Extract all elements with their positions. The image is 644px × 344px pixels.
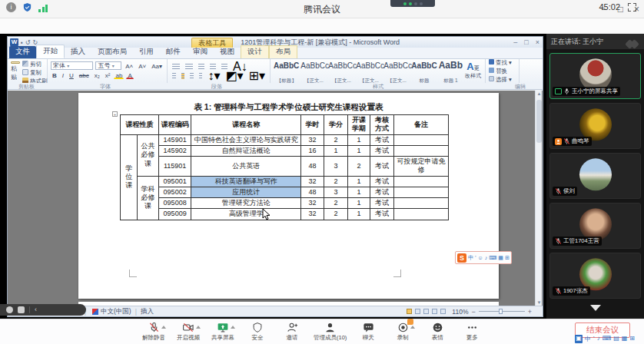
align-center-icon[interactable] bbox=[181, 73, 185, 79]
participant-tile[interactable]: 工管1704王营 bbox=[549, 203, 641, 249]
tab-insert[interactable]: 插入 bbox=[65, 46, 91, 58]
find-button[interactable]: 查找 ▾ bbox=[489, 59, 516, 67]
subscript-button[interactable]: x₂ bbox=[93, 71, 101, 79]
record-options-caret-icon[interactable] bbox=[410, 326, 415, 329]
ime-skin-icon[interactable]: ▦ bbox=[622, 335, 628, 343]
participant-tile-sharing[interactable]: 王小宁的屏幕共享 bbox=[549, 53, 641, 99]
shading-icon[interactable]: ◩▾ bbox=[224, 71, 244, 79]
tab-table-design[interactable]: 设计 bbox=[241, 45, 269, 58]
ime-emoji-icon[interactable]: ☺ bbox=[478, 253, 483, 263]
ime-voice-icon[interactable]: ♪ bbox=[485, 253, 488, 263]
paste-button[interactable]: 粘贴 bbox=[11, 61, 20, 81]
annotation-toolbar-pill[interactable]: ‹ bbox=[0, 304, 86, 316]
scroll-up-icon[interactable]: ▲ bbox=[536, 91, 542, 96]
course-table[interactable]: 课程性质 课程编码 课程名称 学时 学分 开课学期 考核方式 备注 学位课 公共… bbox=[120, 114, 449, 220]
taskbar-ime-bar[interactable]: ▣ 中 ’ ♪ ⌨ ▤ ▦ ⊞ bbox=[575, 335, 635, 343]
emoji-tool-icon[interactable] bbox=[6, 306, 13, 313]
language-indicator[interactable]: 中文(中国) bbox=[101, 307, 131, 316]
ime-lang-icon[interactable]: 中 bbox=[585, 335, 591, 343]
align-left-icon[interactable] bbox=[172, 73, 176, 79]
sidebar-collapse-icon[interactable] bbox=[590, 305, 601, 311]
insert-mode[interactable]: 插入 bbox=[141, 307, 154, 316]
tab-home[interactable]: 开始 bbox=[36, 45, 65, 58]
manage-members-button[interactable]: 管理成员(10) bbox=[314, 321, 347, 342]
highlight-color-button[interactable]: ab bbox=[114, 71, 124, 79]
zoom-in-icon[interactable]: + bbox=[528, 308, 532, 316]
ime-skin-icon[interactable]: ▦ bbox=[498, 253, 503, 263]
ime-punct-icon[interactable]: ’ bbox=[593, 335, 595, 343]
cut-button[interactable]: 剪切 bbox=[22, 61, 48, 68]
start-video-button[interactable]: 开启视频 bbox=[175, 321, 201, 342]
style-chip[interactable]: AaBb标题 1 bbox=[439, 58, 463, 85]
multilevel-list-icon[interactable] bbox=[198, 64, 204, 70]
save-icon[interactable]: ▪ bbox=[21, 39, 23, 46]
more-button[interactable]: 更多 bbox=[459, 321, 485, 342]
print-layout-view-icon[interactable] bbox=[407, 309, 412, 314]
tab-review[interactable]: 审阅 bbox=[187, 46, 214, 58]
share-screen-button[interactable]: 共享屏幕 bbox=[210, 321, 236, 342]
share-options-caret-icon[interactable] bbox=[231, 326, 235, 329]
tab-table-layout[interactable]: 布局 bbox=[269, 45, 297, 58]
grow-font-button[interactable]: A˄ bbox=[124, 61, 134, 70]
ime-toolbox-icon[interactable]: ⊞ bbox=[505, 253, 510, 263]
bullets-icon[interactable] bbox=[172, 64, 180, 70]
participant-tile[interactable]: 曲鸣琴 bbox=[549, 103, 641, 149]
style-chip[interactable]: AaBbCc【正文... bbox=[328, 58, 354, 85]
ime-punct-icon[interactable]: ’ bbox=[475, 253, 476, 263]
undo-icon[interactable]: ↺ bbox=[25, 39, 31, 46]
ime-panel-icon[interactable]: ▤ bbox=[613, 335, 619, 343]
ime-grid-icon[interactable]: ▣ bbox=[575, 335, 583, 343]
chat-button[interactable]: 聊天 bbox=[355, 321, 381, 342]
share-control-pill[interactable] bbox=[390, 0, 435, 7]
tab-references[interactable]: 引用 bbox=[133, 46, 160, 58]
participant-tile[interactable]: 1907张杰 bbox=[549, 253, 641, 299]
word-close-icon[interactable]: × bbox=[536, 38, 539, 46]
zoom-level[interactable]: 110% bbox=[452, 308, 468, 316]
tab-view[interactable]: 视图 bbox=[214, 46, 241, 58]
replace-button[interactable]: 替换 bbox=[489, 68, 516, 75]
ime-keyboard-icon[interactable]: ⌨ bbox=[603, 335, 612, 343]
meeting-info-icon[interactable]: i bbox=[6, 2, 16, 12]
vertical-scrollbar[interactable]: ▲ ▼ bbox=[535, 91, 542, 306]
record-button[interactable]: 录制 bbox=[390, 321, 416, 342]
scroll-down-icon[interactable]: ▼ bbox=[536, 300, 542, 305]
italic-button[interactable]: I bbox=[61, 71, 65, 79]
tab-mailings[interactable]: 邮件 bbox=[160, 46, 187, 58]
bold-button[interactable]: B bbox=[51, 71, 58, 79]
shrink-font-button[interactable]: A˅ bbox=[137, 61, 148, 70]
ime-more-icon[interactable]: ⊞ bbox=[629, 335, 635, 343]
ime-mode-icon[interactable]: 中 bbox=[468, 253, 473, 263]
invite-button[interactable]: 邀请 bbox=[279, 321, 305, 342]
health-shield-icon[interactable] bbox=[22, 2, 32, 12]
select-button[interactable]: 选择 ▾ bbox=[489, 76, 516, 84]
underline-button[interactable]: U bbox=[68, 71, 75, 79]
copy-button[interactable]: 复制 bbox=[22, 69, 48, 77]
table-move-handle-icon[interactable]: + bbox=[112, 111, 118, 117]
collapse-chevron-icon[interactable]: ‹ bbox=[35, 306, 37, 313]
style-chip[interactable]: AaBbCc【正文... bbox=[383, 58, 410, 85]
line-spacing-icon[interactable]: ↕▾ bbox=[206, 71, 221, 79]
unmute-button[interactable]: 解除静音 bbox=[141, 321, 167, 342]
participant-tile[interactable]: 侯刘 bbox=[549, 153, 641, 199]
video-options-caret-icon[interactable] bbox=[196, 326, 201, 329]
numbering-icon[interactable] bbox=[185, 64, 193, 70]
align-right-icon[interactable] bbox=[190, 73, 194, 79]
ime-voice-icon[interactable]: ♪ bbox=[597, 335, 600, 343]
superscript-button[interactable]: x² bbox=[104, 71, 112, 79]
zoom-slider-thumb[interactable] bbox=[499, 309, 503, 314]
zoom-out-icon[interactable]: − bbox=[471, 308, 475, 316]
web-view-icon[interactable] bbox=[423, 309, 429, 314]
borders-icon[interactable]: ⊞▾ bbox=[247, 71, 267, 79]
ime-keyboard-icon[interactable]: ⌨ bbox=[489, 253, 496, 263]
scrollbar-thumb[interactable] bbox=[536, 100, 542, 143]
tab-file[interactable]: 文件 bbox=[9, 46, 36, 58]
comment-tool-icon[interactable] bbox=[18, 306, 25, 313]
draft-view-icon[interactable] bbox=[440, 309, 446, 314]
word-minimize-icon[interactable]: – bbox=[513, 38, 517, 46]
style-chip[interactable]: AaBbCc【正文... bbox=[356, 58, 382, 85]
fullscreen-icon[interactable] bbox=[628, 3, 636, 12]
zoom-slider[interactable] bbox=[479, 311, 525, 312]
font-name-select[interactable]: 宋体 ▾ bbox=[51, 61, 93, 70]
font-color-button[interactable]: A bbox=[126, 71, 133, 79]
network-signal-icon[interactable] bbox=[38, 3, 48, 12]
